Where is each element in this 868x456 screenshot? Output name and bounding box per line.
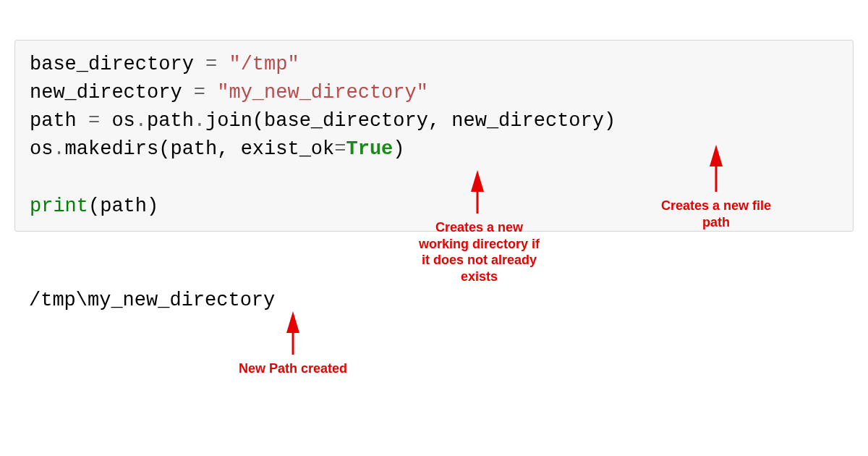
code-function: print xyxy=(30,195,88,217)
code-text: ) xyxy=(393,138,404,160)
code-line-1: base_directory = "/tmp" xyxy=(30,51,838,79)
output-text: /tmp\my_new_directory xyxy=(29,290,275,311)
code-line-2: new_directory = "my_new_directory" xyxy=(30,79,838,107)
code-text: os xyxy=(30,138,53,160)
code-string: "/tmp" xyxy=(217,54,299,75)
arrow-icon xyxy=(709,152,723,195)
code-text: makedirs(path, exist_ok xyxy=(65,138,335,160)
code-text: new_directory xyxy=(30,82,194,104)
code-text: (path) xyxy=(88,195,158,217)
code-line-3: path = os.path.join(base_directory, new_… xyxy=(30,107,838,135)
code-op: . xyxy=(53,138,64,160)
code-text: path xyxy=(147,110,194,132)
code-text: os xyxy=(100,110,135,132)
annotation-file-path: Creates a new file path xyxy=(651,198,781,230)
code-text: base_directory xyxy=(30,54,205,75)
annotation-makedirs: Creates a new working directory if it do… xyxy=(405,219,553,284)
code-op: = xyxy=(194,82,205,104)
code-op: . xyxy=(194,110,205,132)
arrow-icon xyxy=(470,177,485,217)
code-op: = xyxy=(205,54,217,75)
code-keyword-true: True xyxy=(346,138,393,160)
annotation-new-path: New Path created xyxy=(231,360,354,377)
code-string: "my_new_directory" xyxy=(205,82,428,104)
code-op: = xyxy=(334,138,346,160)
code-text: join(base_directory, new_directory) xyxy=(205,110,616,132)
arrow-icon xyxy=(286,318,300,358)
code-text: path xyxy=(30,110,88,132)
code-op: = xyxy=(88,110,100,132)
code-op: . xyxy=(135,110,147,132)
